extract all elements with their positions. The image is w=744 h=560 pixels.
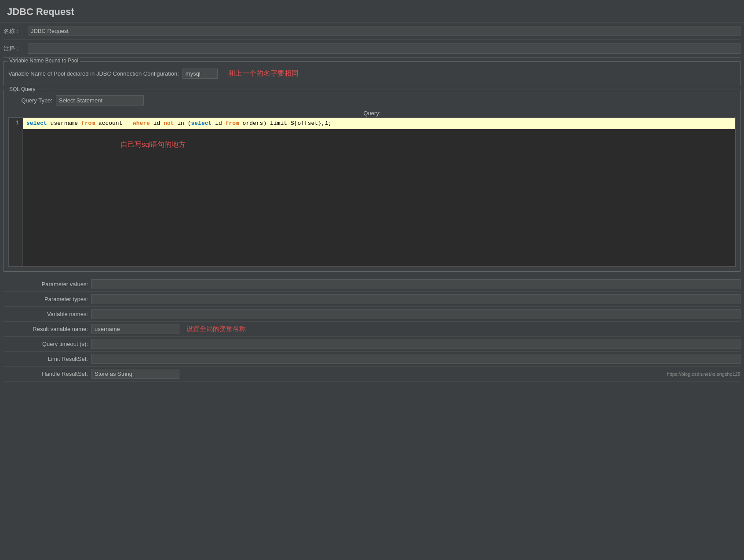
query-timeout-row: Query timeout (s): bbox=[4, 337, 740, 352]
sql-annotation-line: 自己写sql语句的地方 bbox=[23, 129, 735, 161]
pool-row: Variable Name of Pool declared in JDBC C… bbox=[8, 66, 736, 81]
limit-resultset-input[interactable] bbox=[91, 354, 740, 364]
limit-resultset-row: Limit ResultSet: bbox=[4, 352, 740, 367]
code-area[interactable]: select username from account where id no… bbox=[23, 118, 735, 266]
variable-names-row: Variable names: bbox=[4, 307, 740, 322]
name-input[interactable] bbox=[28, 26, 740, 36]
footer-url: https://blog.csdn.net/kuangshp128 bbox=[667, 371, 740, 377]
txt6: orders) limit ${offset},1; bbox=[239, 120, 332, 127]
sql-annotation: 自己写sql语句的地方 bbox=[68, 141, 186, 148]
pool-group-legend: Variable Name Bound to Pool bbox=[7, 58, 80, 64]
variable-names-input[interactable] bbox=[91, 309, 740, 319]
kw-select1: select bbox=[26, 120, 47, 127]
result-variable-name-row: Result variable name: 设置全局的变量名称 bbox=[4, 322, 740, 337]
pool-annotation: 和上一个的名字要相同 bbox=[228, 69, 299, 78]
txt4: in ( bbox=[174, 120, 191, 127]
kw-from1: from bbox=[81, 120, 95, 127]
parameter-values-label: Parameter values: bbox=[4, 281, 91, 287]
comment-label: 注释： bbox=[4, 45, 28, 53]
query-type-input[interactable] bbox=[56, 95, 144, 105]
pool-group: Variable Name Bound to Pool Variable Nam… bbox=[4, 61, 740, 86]
kw-select2: select bbox=[191, 120, 212, 127]
parameter-values-row: Parameter values: bbox=[4, 277, 740, 292]
kw-from2: from bbox=[226, 120, 239, 127]
query-label: Query: bbox=[8, 109, 736, 117]
handle-resultset-row: Handle ResultSet: https://blog.csdn.net/… bbox=[4, 367, 740, 382]
parameter-types-input[interactable] bbox=[91, 294, 740, 304]
handle-resultset-label: Handle ResultSet: bbox=[4, 371, 91, 377]
parameter-types-label: Parameter types: bbox=[4, 296, 91, 302]
kw-not: not bbox=[164, 120, 174, 127]
query-type-label: Query Type: bbox=[8, 97, 52, 104]
query-timeout-label: Query timeout (s): bbox=[4, 341, 91, 347]
pool-input[interactable] bbox=[182, 69, 218, 79]
parameter-types-row: Parameter types: bbox=[4, 292, 740, 307]
pool-label: Variable Name of Pool declared in JDBC C… bbox=[8, 70, 179, 77]
handle-resultset-input[interactable] bbox=[91, 369, 179, 379]
query-type-row: Query Type: bbox=[8, 93, 736, 109]
comment-row: 注释： bbox=[4, 40, 740, 58]
txt5: id bbox=[212, 120, 225, 127]
sql-line-1[interactable]: select username from account where id no… bbox=[23, 118, 735, 129]
txt2: account bbox=[95, 120, 133, 127]
page-title: JDBC Request bbox=[0, 0, 744, 22]
parameter-values-input[interactable] bbox=[91, 279, 740, 289]
comment-input[interactable] bbox=[28, 44, 740, 54]
result-variable-annotation: 设置全局的变量名称 bbox=[186, 325, 246, 333]
kw-where: where bbox=[133, 120, 150, 127]
name-row: 名称： bbox=[4, 22, 740, 40]
result-variable-name-input[interactable] bbox=[91, 324, 179, 334]
variable-names-label: Variable names: bbox=[4, 311, 91, 317]
query-editor[interactable]: 1 select username from account where id … bbox=[8, 117, 736, 267]
sql-group-legend: SQL Query bbox=[7, 86, 37, 92]
query-timeout-input[interactable] bbox=[91, 339, 740, 349]
limit-resultset-label: Limit ResultSet: bbox=[4, 356, 91, 362]
txt1: username bbox=[47, 120, 81, 127]
result-variable-name-label: Result variable name: bbox=[4, 326, 91, 332]
sql-group: SQL Query Query Type: Query: 1 select us… bbox=[4, 90, 740, 272]
line-numbers: 1 bbox=[9, 118, 23, 266]
bottom-fields: Parameter values: Parameter types: Varia… bbox=[4, 275, 740, 383]
txt3: id bbox=[150, 120, 164, 127]
name-label: 名称： bbox=[4, 27, 28, 35]
